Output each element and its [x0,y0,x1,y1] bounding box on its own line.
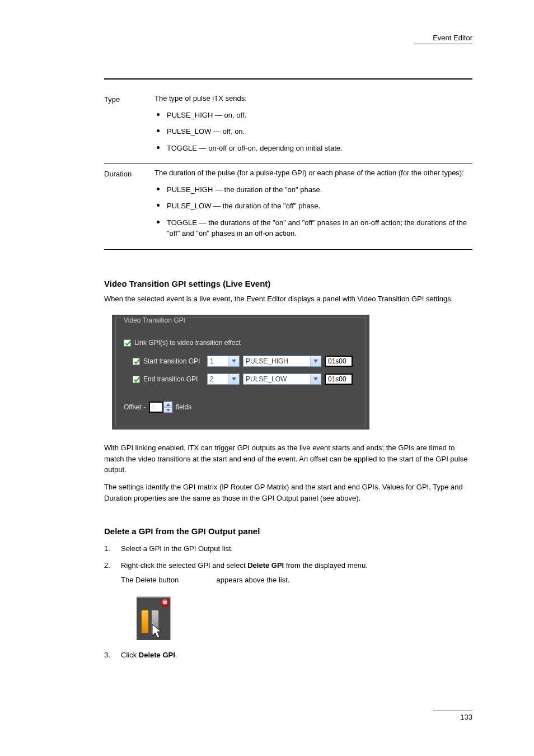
chevron-down-icon [228,374,239,384]
page-number: 133 [460,713,472,721]
dropdown-value: PULSE_LOW [246,375,287,383]
svg-marker-6 [152,624,161,638]
heading-delete-gpi: Delete a GPI from the GPI Output panel [104,526,472,536]
dropdown-start-gpi-number[interactable]: 1 [207,356,240,367]
step-number: 1. [104,543,115,554]
dropdown-start-gpi-type[interactable]: PULSE_HIGH [243,356,321,367]
step-number: 2. [104,560,115,571]
label-start-transition: Start transition GPI [143,357,204,365]
label-end-transition: End transition GPI [143,375,204,383]
spinner-offset[interactable]: 0 [149,402,172,413]
dropdown-end-gpi-type[interactable]: PULSE_LOW [243,374,321,385]
header-section-title: Event Editor [101,34,472,42]
dropdown-end-gpi-number[interactable]: 2 [207,374,240,385]
bullet: PULSE_HIGH — the duration of the "on" ph… [154,184,472,195]
paragraph: With GPI linking enabled, iTX can trigge… [104,442,472,475]
label-offset-unit: fields [176,403,191,411]
input-start-gpi-duration[interactable]: 01s00 [325,356,353,367]
input-value: 01s00 [328,357,346,365]
dropdown-value: PULSE_HIGH [246,357,288,365]
svg-marker-4 [166,403,170,406]
spinner-value: 0 [149,402,163,413]
bar-icon [141,610,149,633]
label-offset: Offset - [124,403,146,411]
chevron-down-icon [228,356,239,366]
row-label-type: Type [104,93,154,104]
row-desc-type: The type of pulse iTX sends: [154,93,472,104]
fieldset-legend: Video Transition GPI [121,316,188,324]
step-sub: The Delete button appears above the list… [121,575,472,586]
checkbox-end-transition[interactable] [133,376,140,383]
input-value: 01s00 [328,375,346,383]
chevron-down-icon [310,356,321,366]
heading-video-transition-gpi: Video Transition GPI settings (Live Even… [104,279,472,288]
checkbox-link-gpis[interactable] [124,339,131,347]
cursor-icon [152,624,165,639]
row-desc-duration: The duration of the pulse (for a pulse-t… [154,167,472,179]
input-end-gpi-duration[interactable]: 01s00 [325,374,353,385]
bullet: TOGGLE — the durations of the "on" and "… [154,217,472,239]
dropdown-value: 1 [210,357,214,365]
spinner-down-icon[interactable] [163,407,172,413]
spinner-up-icon[interactable] [163,402,172,407]
screenshot-video-transition-gpi-panel: Video Transition GPI Link GPI(s) to vide… [112,315,369,430]
svg-marker-2 [232,377,236,381]
close-icon[interactable] [161,599,169,606]
svg-marker-1 [313,360,318,363]
settings-table: Type The type of pulse iTX sends: PULSE_… [104,90,472,250]
svg-marker-5 [166,409,170,412]
bullet: PULSE_HIGH — on, off. [154,110,472,121]
checkbox-start-transition[interactable] [133,358,140,365]
paragraph: When the selected event is a live event,… [104,293,472,305]
paragraph: The settings identify the GPI matrix (IP… [104,482,472,503]
chevron-down-icon [310,374,321,384]
step-number: 3. [104,650,115,661]
row-label-duration: Duration [104,167,154,178]
bullet: PULSE_LOW — the duration of the "off" ph… [154,200,472,212]
svg-marker-3 [313,377,318,381]
top-rule [104,78,472,80]
header-rule [414,44,472,44]
step-text: Select a GPI in the GPI Output list. [121,543,472,554]
svg-marker-0 [232,360,236,363]
bullet: PULSE_LOW — off, on. [154,126,472,137]
step-text: Click Delete GPI. [121,650,472,661]
label-link-gpis: Link GPI(s) to video transition effect [134,339,241,347]
step-text: Right-click the selected GPI and select … [121,560,472,571]
bullet: TOGGLE — on-off or off-on, depending on … [154,143,472,154]
footer-rule [433,711,472,711]
dropdown-value: 2 [210,375,214,383]
screenshot-delete-button [137,596,171,640]
